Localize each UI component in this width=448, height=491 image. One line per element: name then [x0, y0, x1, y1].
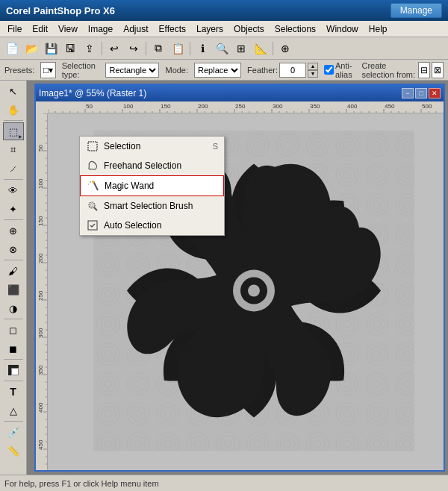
selection-type-select[interactable]: Rectangle Ellipse Triangle [105, 63, 159, 78]
open-button[interactable]: 📂 [22, 40, 40, 57]
tool-separator-6 [4, 359, 23, 360]
tool-clone[interactable]: ⊕ [3, 222, 24, 240]
undo-button[interactable]: ↩ [105, 40, 123, 57]
close-button[interactable]: ✕ [429, 88, 441, 98]
grid-button[interactable]: ⊞ [232, 40, 250, 57]
menu-bar: File Edit View Image Adjust Effects Laye… [0, 21, 448, 37]
feather-input[interactable] [279, 63, 306, 78]
freehand-icon [86, 159, 99, 172]
menu-edit[interactable]: Edit [28, 22, 52, 36]
info-button[interactable]: ℹ [193, 40, 211, 57]
ctx-auto-selection[interactable]: Auto Selection [80, 216, 224, 235]
toolbar-separator-3 [190, 42, 190, 55]
tool-background-eraser[interactable]: ◼ [3, 340, 24, 357]
tool-vector[interactable]: △ [3, 401, 24, 419]
feather-down[interactable]: ▼ [308, 70, 318, 78]
svg-point-17 [90, 204, 93, 207]
workspace: Image1* @ 55% (Raster 1) − □ ✕ [27, 81, 448, 475]
copy-button[interactable]: ⧉ [149, 40, 167, 57]
ctx-magic-wand-label: Magic Wand [105, 181, 154, 191]
paste-button[interactable]: 📋 [169, 40, 187, 57]
options-bar: Presets: □▾ Selection type: Rectangle El… [0, 60, 448, 81]
tool-selection[interactable]: ⬚ ▶ [3, 122, 24, 140]
tool-separator-8 [4, 421, 23, 422]
extra-button[interactable]: ⊕ [276, 40, 294, 57]
window-buttons: − □ ✕ [402, 88, 441, 98]
tool-separator-3 [4, 219, 23, 220]
image-title: Image1* @ 55% (Raster 1) [39, 88, 146, 98]
ruler-button[interactable]: 📐 [252, 40, 270, 57]
menu-adjust[interactable]: Adjust [119, 22, 152, 36]
ctx-auto-selection-label: Auto Selection [104, 220, 161, 231]
svg-rect-9 [88, 142, 97, 151]
tool-crop[interactable]: ⌗ [3, 141, 24, 159]
canvas-area[interactable]: Selection S Freehand Selection [48, 113, 444, 470]
zoom-button[interactable]: 🔍 [213, 40, 231, 57]
share-button[interactable]: ⇪ [81, 40, 99, 57]
ctx-magic-wand[interactable]: Magic Wand [80, 175, 224, 196]
anti-alias-label[interactable]: Anti-alias [324, 61, 355, 79]
mode-select[interactable]: Replace Add Remove [194, 63, 241, 78]
mode-label: Mode: [165, 66, 188, 75]
tool-redeye[interactable]: 👁 [3, 181, 24, 199]
maximize-button[interactable]: □ [415, 88, 427, 98]
svg-point-8 [248, 285, 260, 297]
tool-eyedropper[interactable]: 💉 [3, 423, 24, 441]
menu-view[interactable]: View [54, 22, 82, 36]
save-button[interactable]: 💾 [42, 40, 60, 57]
menu-image[interactable]: Image [84, 22, 117, 36]
tool-fill[interactable]: ⬛ [3, 281, 24, 298]
tool-pan[interactable]: ✋ [3, 101, 24, 119]
redo-button[interactable]: ↪ [125, 40, 143, 57]
minimize-button[interactable]: − [402, 88, 414, 98]
create-sel-icon1[interactable]: ⊟ [418, 62, 430, 78]
ctx-smart-brush[interactable]: Smart Selection Brush [80, 196, 224, 216]
svg-point-14 [93, 181, 95, 184]
image-canvas[interactable]: Selection S Freehand Selection [48, 113, 444, 470]
ctx-smart-brush-label: Smart Selection Brush [104, 201, 193, 211]
tool-makeup[interactable]: ✦ [3, 200, 24, 218]
context-menu: Selection S Freehand Selection [79, 136, 225, 236]
create-sel-icon2[interactable]: ⊠ [432, 62, 444, 78]
presets-label: Presets: [4, 66, 34, 75]
ruler-left [36, 113, 48, 470]
presets-icon[interactable]: □▾ [40, 62, 55, 78]
ctx-freehand[interactable]: Freehand Selection [80, 156, 224, 175]
manage-button[interactable]: Manage [391, 3, 442, 18]
menu-objects[interactable]: Objects [229, 22, 269, 36]
selection-icon [86, 140, 99, 153]
toolbar-separator-2 [146, 42, 146, 55]
main-area: ↖ ✋ ⬚ ▶ ⌗ ⟋ 👁 ✦ ⊕ ⊗ 🖌 [0, 81, 448, 475]
image-title-bar: Image1* @ 55% (Raster 1) − □ ✕ [36, 85, 444, 101]
menu-file[interactable]: File [3, 22, 26, 36]
menu-selections[interactable]: Selections [270, 22, 320, 36]
feather-up[interactable]: ▲ [308, 63, 318, 70]
toolbox: ↖ ✋ ⬚ ▶ ⌗ ⟋ 👁 ✦ ⊕ ⊗ 🖌 [0, 81, 27, 475]
create-selection-group: Create selection from: ⊟ ⊠ [361, 61, 444, 79]
anti-alias-checkbox[interactable] [324, 65, 334, 75]
feather-group: Feather: ▲ ▼ [247, 63, 318, 78]
menu-help[interactable]: Help [364, 22, 392, 36]
tool-arrow[interactable]: ↖ [3, 82, 24, 100]
tool-separator-2 [4, 179, 23, 180]
tool-paint[interactable]: 🖌 [3, 262, 24, 280]
tool-scratch[interactable]: ⊗ [3, 240, 24, 258]
tool-measure[interactable]: 📏 [3, 442, 24, 460]
feather-spinner[interactable]: ▲ ▼ [308, 63, 318, 78]
menu-window[interactable]: Window [322, 22, 363, 36]
smart-brush-icon [86, 199, 99, 213]
tool-text[interactable]: T [3, 383, 24, 401]
tool-color-replace[interactable]: ◑ [3, 299, 24, 317]
menu-layers[interactable]: Layers [192, 22, 228, 36]
save-as-button[interactable]: 🖫 [61, 40, 79, 57]
new-button[interactable]: 📄 [3, 40, 21, 57]
menu-effects[interactable]: Effects [155, 22, 190, 36]
tool-separator-1 [4, 120, 23, 121]
tool-straighten[interactable]: ⟋ [3, 160, 24, 178]
tool-eraser[interactable]: ◻ [3, 321, 24, 339]
ctx-selection[interactable]: Selection S [80, 137, 224, 156]
tool-separator-4 [4, 260, 23, 260]
tool-colors[interactable] [3, 361, 24, 379]
ruler-corner [36, 101, 48, 113]
app-title: Corel PaintShop Pro X6 [6, 5, 115, 16]
